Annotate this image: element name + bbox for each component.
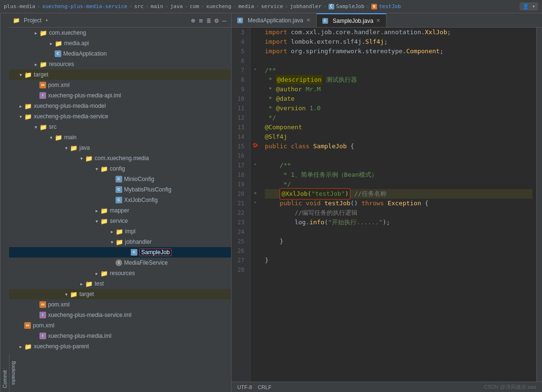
list-item[interactable]: 📁 impl xyxy=(9,226,231,237)
list-item[interactable]: m pom.xml xyxy=(9,299,231,310)
breadcrumb-service[interactable]: xuecheng-plus-media-service xyxy=(42,3,127,10)
list-item[interactable]: 📁 com.xuecheng.media xyxy=(9,153,231,163)
code-line-21: public void testJob() throws Exception { xyxy=(265,199,532,208)
tree-arrow[interactable] xyxy=(62,145,70,151)
list-item[interactable]: 📁 media.api xyxy=(9,38,231,48)
tree-arrow[interactable] xyxy=(77,156,85,161)
tree-arrow[interactable] xyxy=(108,229,116,234)
code-line-10: * @date xyxy=(265,94,532,104)
main-layout: Commit 📁 Project ▾ ⊕ ≡ ≣ ⚙ — 📁 com.xuech… xyxy=(0,13,542,392)
collapse-all-icon[interactable]: ≡ xyxy=(198,16,203,25)
item-label: config xyxy=(110,165,125,172)
item-label: xuecheng-plus-media-model xyxy=(34,103,106,109)
breadcrumb-plus-media[interactable]: plus-media xyxy=(4,3,35,10)
tab-mediaapplication[interactable]: C MediaApplication.java ✕ xyxy=(232,13,317,27)
list-item[interactable]: 📁 main xyxy=(9,132,231,143)
tree-arrow[interactable] xyxy=(77,281,85,287)
list-item[interactable]: 📁 xuecheng-plus-parent xyxy=(9,341,231,352)
locate-icon[interactable]: ⊕ xyxy=(190,16,196,25)
item-label: MinioConfig xyxy=(124,176,154,182)
list-item[interactable]: I xuecheng-plus-media-api.iml xyxy=(9,90,231,101)
breadcrumb-samplejob[interactable]: SampleJob xyxy=(336,3,365,10)
breadcrumb-java[interactable]: java xyxy=(170,3,183,10)
settings-icon[interactable]: ⚙ xyxy=(213,16,219,25)
folder-icon: 📁 xyxy=(24,103,32,110)
tree-arrow[interactable] xyxy=(62,292,70,297)
list-item[interactable]: C MinioConfig xyxy=(9,174,231,184)
breadcrumb-media[interactable]: media xyxy=(238,3,254,10)
list-item[interactable]: 📁 target xyxy=(9,289,231,299)
list-item[interactable]: C XxlJobConfig xyxy=(9,195,231,205)
tab-close-samplejob[interactable]: ✕ xyxy=(376,18,380,24)
tree-arrow[interactable] xyxy=(93,271,100,276)
tree-arrow[interactable] xyxy=(17,344,24,349)
tree-arrow[interactable] xyxy=(32,62,39,67)
item-label: java xyxy=(79,144,90,151)
list-item[interactable]: m pom.xml xyxy=(9,80,231,90)
list-item[interactable]: 📁 resources xyxy=(9,268,231,278)
list-item[interactable]: 📁 src xyxy=(9,122,231,132)
list-item[interactable]: I xuecheng-plus-media.iml xyxy=(9,331,231,341)
list-item[interactable]: 📁 jobhandler xyxy=(9,237,231,247)
commit-side-tab[interactable]: Commit xyxy=(0,13,9,392)
item-label: impl xyxy=(125,228,136,235)
editor-scrollbar-v[interactable] xyxy=(536,28,542,382)
gutter-chevron-21[interactable]: ▾ xyxy=(252,199,259,206)
list-item[interactable]: 📁 xuecheng-plus-media-model xyxy=(9,101,231,111)
sidebar-arrow[interactable]: ▾ xyxy=(45,18,48,23)
gutter-chevron-17[interactable]: ▾ xyxy=(252,161,259,168)
tree-arrow[interactable] xyxy=(108,239,116,245)
list-item[interactable]: I xuecheng-plus-media-service.iml xyxy=(9,310,231,320)
item-label: MediaFileService xyxy=(124,259,168,266)
breadcrumb-main[interactable]: main xyxy=(151,3,164,10)
tree-arrow[interactable] xyxy=(47,135,55,140)
list-item[interactable]: 📁 config xyxy=(9,163,231,174)
item-label: pom.xml xyxy=(33,322,54,329)
item-label: xuecheng-plus-parent xyxy=(34,343,89,350)
item-label: target xyxy=(79,291,94,297)
user-menu[interactable]: 👤 ▾ xyxy=(520,2,538,10)
xxljob-annotation: @XxlJob("testJob") xyxy=(280,188,350,200)
tree-arrow[interactable] xyxy=(32,124,39,130)
breadcrumb-service2[interactable]: service xyxy=(261,3,283,10)
tree-arrow[interactable] xyxy=(17,104,24,109)
list-item[interactable]: 📁 service xyxy=(9,216,231,226)
tree-arrow[interactable] xyxy=(93,166,100,172)
list-item[interactable]: m pom.xml xyxy=(9,320,231,331)
samplejob-item[interactable]: C SampleJob xyxy=(9,247,231,258)
tree-arrow[interactable] xyxy=(47,41,55,46)
item-label: MediaApplication xyxy=(63,50,106,57)
list-item[interactable]: I MediaFileService xyxy=(9,258,231,268)
list-item[interactable]: C MediaApplication xyxy=(9,48,231,59)
gutter-bean-15[interactable]: 🫘 xyxy=(252,142,259,149)
breadcrumb-com[interactable]: com xyxy=(190,3,199,10)
list-item[interactable]: 📁 com.xuecheng xyxy=(9,28,231,38)
code-line-18: * 1、简单任务示例（Bean模式） xyxy=(265,170,532,180)
breadcrumb-src[interactable]: src xyxy=(134,3,144,10)
list-item[interactable]: C MybatisPlusConfig xyxy=(9,184,231,195)
item-label: resources xyxy=(49,61,74,67)
list-item[interactable]: 📁 xuecheng-plus-media-service xyxy=(9,111,231,122)
expand-icon[interactable]: ≣ xyxy=(206,16,212,25)
file-icon-m: m xyxy=(24,322,31,329)
bookmarks-side-tab[interactable]: Bookmarks xyxy=(9,354,18,392)
tab-samplejob[interactable]: C SampleJob.java ✕ xyxy=(317,13,387,27)
breadcrumb-jobhandler[interactable]: jobhandler xyxy=(290,3,321,10)
list-item[interactable]: 📁 test xyxy=(9,278,231,289)
tree-arrow[interactable] xyxy=(93,219,100,224)
list-item[interactable]: 📁 resources xyxy=(9,59,231,69)
tree-arrow[interactable] xyxy=(32,30,39,36)
breadcrumb-xuecheng[interactable]: xuecheng xyxy=(206,3,232,10)
folder-icon: 📁 xyxy=(39,124,47,131)
list-item[interactable]: 📁 target xyxy=(9,69,231,80)
tree-arrow[interactable] xyxy=(17,72,24,77)
minimize-icon[interactable]: — xyxy=(222,16,227,25)
code-lines[interactable]: import com.xxl.job.core.handler.annotati… xyxy=(261,28,536,382)
tree-arrow[interactable] xyxy=(17,114,24,119)
list-item[interactable]: 📁 java xyxy=(9,143,231,153)
breadcrumb-testjob[interactable]: testJob xyxy=(379,3,401,10)
tree-arrow[interactable] xyxy=(93,208,100,213)
gutter-chevron-7[interactable]: ▾ xyxy=(252,66,259,73)
list-item[interactable]: 📁 mapper xyxy=(9,205,231,216)
tab-close-mediaapp[interactable]: ✕ xyxy=(306,17,310,23)
